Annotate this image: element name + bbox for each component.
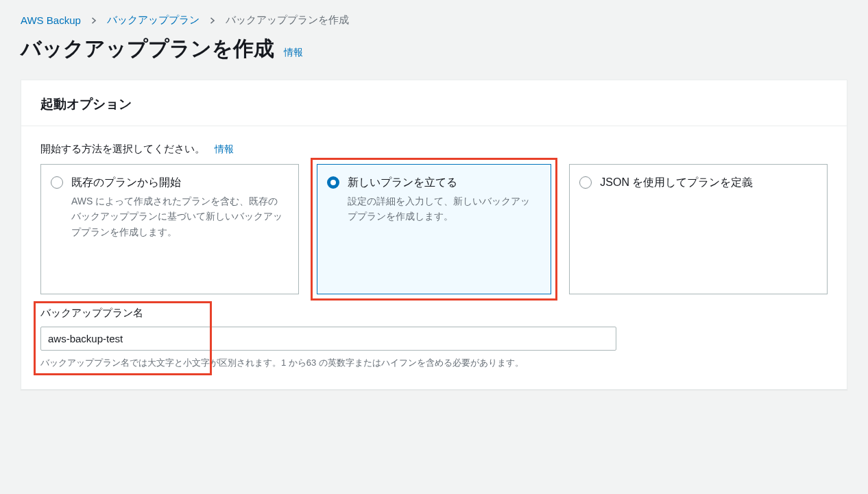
option-json-plan[interactable]: JSON を使用してプランを定義: [569, 164, 828, 294]
panel-header: 起動オプション: [21, 80, 847, 126]
page-title: バックアッププランを作成: [21, 35, 274, 63]
tile-desc: 設定の詳細を入力して、新しいバックアッププランを作成します。: [348, 193, 539, 224]
chevron-right-icon: [91, 15, 97, 26]
info-link[interactable]: 情報: [215, 143, 234, 156]
tile-content: JSON を使用してプランを定義: [600, 174, 815, 193]
radio-icon: [579, 176, 592, 189]
start-options-panel: 起動オプション 開始する方法を選択してください。 情報 既存のプランから開始 A…: [21, 80, 847, 390]
plan-name-hint: バックアッププラン名では大文字と小文字が区別されます。1 から63 の英数字また…: [40, 356, 828, 370]
tile-title: JSON を使用してプランを定義: [600, 174, 815, 191]
option-tiles: 既存のプランから開始 AWS によって作成されたプランを含む、既存のバックアップ…: [40, 164, 828, 294]
radio-icon: [327, 176, 339, 189]
highlight-box: 新しいプランを立てる 設定の詳細を入力して、新しいバックアッププランを作成します…: [311, 158, 558, 301]
page-title-row: バックアッププランを作成 情報: [21, 35, 847, 63]
breadcrumb-current: バックアッププランを作成: [226, 14, 349, 27]
tile-content: 既存のプランから開始 AWS によって作成されたプランを含む、既存のバックアップ…: [71, 174, 286, 239]
option-new-plan[interactable]: 新しいプランを立てる 設定の詳細を入力して、新しいバックアッププランを作成します…: [317, 164, 552, 294]
select-method-row: 開始する方法を選択してください。 情報: [40, 143, 828, 156]
tile-content: 新しいプランを立てる 設定の詳細を入力して、新しいバックアッププランを作成します…: [348, 174, 539, 224]
panel-title: 起動オプション: [40, 95, 828, 113]
chevron-right-icon: [209, 15, 216, 26]
plan-name-section: バックアッププラン名 バックアッププラン名では大文字と小文字が区別されます。1 …: [40, 307, 828, 370]
tile-title: 既存のプランから開始: [71, 174, 286, 191]
option-existing-plan[interactable]: 既存のプランから開始 AWS によって作成されたプランを含む、既存のバックアップ…: [40, 164, 299, 294]
tile-title: 新しいプランを立てる: [348, 174, 539, 191]
tile-desc: AWS によって作成されたプランを含む、既存のバックアッププランに基づいて新しい…: [71, 193, 286, 239]
info-link[interactable]: 情報: [284, 47, 303, 59]
plan-name-label: バックアッププラン名: [40, 307, 828, 320]
breadcrumb-parent[interactable]: バックアッププラン: [107, 14, 200, 27]
breadcrumb-root[interactable]: AWS Backup: [21, 14, 81, 26]
radio-icon: [51, 176, 63, 189]
panel-body: 開始する方法を選択してください。 情報 既存のプランから開始 AWS によって作…: [21, 126, 847, 389]
plan-name-input[interactable]: [40, 327, 616, 351]
breadcrumb: AWS Backup バックアッププラン バックアッププランを作成: [21, 14, 847, 27]
select-method-label: 開始する方法を選択してください。: [40, 143, 205, 156]
